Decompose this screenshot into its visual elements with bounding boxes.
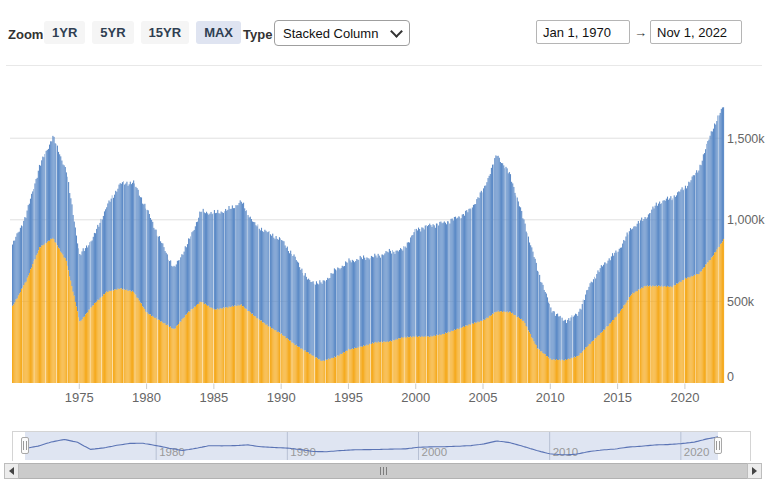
scroll-left-button[interactable]: [4, 463, 19, 479]
navigator-right-handle-icon[interactable]: [714, 437, 722, 454]
horizontal-scrollbar[interactable]: [4, 463, 762, 479]
svg-text:500k: 500k: [727, 295, 755, 309]
chart-app: { "toolbar": { "zoom_label": "Zoom", "zo…: [0, 0, 768, 500]
grip-icon: [380, 467, 381, 475]
svg-text:1990: 1990: [290, 446, 316, 458]
navigator-left-handle-icon[interactable]: [21, 437, 29, 454]
svg-text:1985: 1985: [199, 390, 228, 405]
arrow-left-icon: [9, 467, 14, 475]
svg-text:2000: 2000: [422, 446, 448, 458]
svg-text:1,500k: 1,500k: [727, 132, 765, 146]
navigator-chart: 19801990200020102020: [13, 432, 750, 460]
svg-text:1980: 1980: [159, 446, 185, 458]
arrow-right-icon: [752, 467, 757, 475]
svg-text:0: 0: [727, 370, 734, 384]
scroll-right-button[interactable]: [747, 463, 762, 479]
svg-text:1975: 1975: [65, 390, 94, 405]
navigator[interactable]: 19801990200020102020: [12, 431, 751, 461]
svg-text:2005: 2005: [469, 390, 498, 405]
main-chart: 0500k1,000k1,500k19751980198519901995200…: [0, 0, 768, 412]
svg-text:1980: 1980: [132, 390, 161, 405]
svg-text:1,000k: 1,000k: [727, 213, 765, 227]
svg-text:2010: 2010: [553, 446, 579, 458]
svg-text:2020: 2020: [684, 446, 710, 458]
svg-text:2010: 2010: [536, 390, 565, 405]
svg-text:2000: 2000: [401, 390, 430, 405]
scrollbar-thumb[interactable]: [19, 463, 747, 479]
svg-text:2020: 2020: [670, 390, 699, 405]
svg-text:2015: 2015: [603, 390, 632, 405]
svg-text:1995: 1995: [334, 390, 363, 405]
svg-text:1990: 1990: [267, 390, 296, 405]
